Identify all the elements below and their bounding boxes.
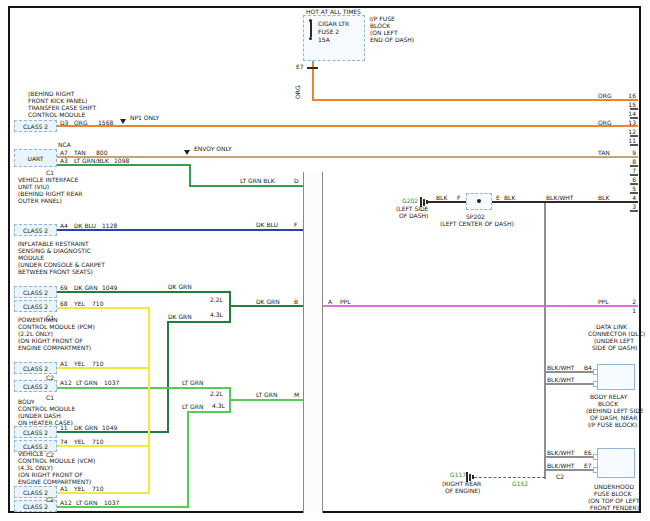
connector-tick — [307, 67, 318, 69]
fuse-block-loc4: END OF DASH) — [370, 36, 414, 43]
bcm-wire2-color: LT GRN — [76, 379, 97, 386]
wire-blkwht-e6 — [544, 456, 597, 458]
sdm-name2: SENSING & DIAGNOSTIC — [18, 247, 91, 254]
relay-loc1: (BEHIND LEFT SIDE — [586, 407, 644, 414]
bus-pin-b: B — [294, 298, 298, 305]
underhood-fuse-block-box — [597, 448, 635, 478]
pin-number: 7 — [620, 167, 636, 174]
mod7-circuit2: 1037 — [104, 499, 119, 506]
wire-yel-pcm — [57, 307, 150, 309]
pcm-class2-box1: CLASS 2 — [14, 286, 57, 298]
wire-dkgrn-vcm — [57, 431, 169, 433]
pcm-wire2-color: YEL — [74, 300, 85, 307]
pin-stub — [630, 210, 638, 212]
wire-blkwht-e7 — [544, 469, 597, 471]
relay-loc2: OF DASH, NEAR — [590, 414, 637, 421]
uhfb-connector: C2 — [556, 473, 564, 480]
wire-dkgrn-vcm-branch-h — [167, 321, 231, 323]
bcm-pin2: A12 — [60, 379, 72, 386]
mod7-wire1-color: YEL — [74, 485, 85, 492]
pcm-class2-box2: CLASS 2 — [14, 300, 57, 312]
viu-pin1: A7 — [60, 149, 68, 156]
viu-circuit2: 1098 — [114, 157, 129, 164]
wire-blkwht-vertical — [544, 203, 546, 479]
wire-org-tcase-to-pin13 — [57, 125, 638, 127]
body-relay-block-box — [597, 364, 635, 390]
wire-label-blkwht-e6: BLK/WHT — [547, 449, 575, 456]
relay-loc3: I/P FUSE BLOCK) — [588, 421, 637, 428]
bcm-class2-box2: CLASS 2 — [14, 380, 57, 392]
sp202-pin-f: F — [457, 194, 460, 201]
uhfb-connector-stub — [593, 454, 598, 460]
wire-blk-g202-to-sp202 — [428, 201, 466, 203]
vcm-class2-box1: CLASS 2 — [14, 426, 57, 438]
sdm-loc1: (UNDER CONSOLE & CARPET — [18, 261, 105, 268]
pcm-pin1: 69 — [60, 284, 68, 291]
wire-ppl-to-pin2 — [322, 305, 638, 307]
wire-ltgrnblk-step — [189, 164, 191, 187]
tcase-name2: CONTROL MODULE — [28, 111, 85, 118]
dlc-name-line1: DATA LINK — [596, 323, 627, 330]
wire-label-blk-in: BLK — [436, 194, 447, 201]
bcm-pin1: A1 — [60, 360, 68, 367]
splice-dot — [477, 199, 481, 203]
pin-number: 5 — [620, 185, 636, 192]
sp202-label: SP202 — [466, 213, 485, 220]
class2-serial-data-bus — [303, 172, 323, 513]
fuse-element — [310, 21, 312, 37]
wire-label-blk-out: BLK — [504, 194, 515, 201]
vcm-name1: VEHICLE — [18, 450, 44, 457]
uhfb-connector-stub — [593, 467, 598, 473]
viu-wire2-color: LT GRN/BLK — [74, 157, 109, 164]
bus-wire-label-dkblu: DK BLU — [256, 221, 278, 228]
pin-number: 4 — [620, 194, 636, 201]
viu-wire1-color: TAN — [74, 149, 86, 156]
uhfb-loc2: FRONT FENDER) — [590, 504, 639, 511]
tcase-class2-box: CLASS 2 — [14, 120, 57, 132]
pin-number: 1 — [620, 307, 636, 314]
wiring-diagram: HOT AT ALL TIMES CIGAR LTR FUSE 2 15A I/… — [0, 0, 650, 521]
pin-color: TAN — [598, 149, 610, 156]
pcm-loc2: ENGINE COMPARTMENT) — [18, 344, 91, 351]
relay-connector-stub — [593, 381, 598, 387]
sp202-loc: (LEFT CENTER OF DASH) — [440, 220, 514, 227]
wire-yel-vertical — [148, 307, 150, 494]
pin-stub — [630, 144, 638, 146]
wire-blkwht-relay2 — [544, 383, 597, 385]
wire-dkgrn-vcm-vertical — [167, 321, 169, 433]
pin-color: PPL — [598, 298, 609, 305]
pin-number: 8 — [620, 158, 636, 165]
g152-label: G152 — [512, 480, 528, 487]
g202-loc2: OF DASH) — [399, 212, 428, 219]
bus-pin-m: M — [294, 391, 299, 398]
wire-dkgrn-to-bus — [229, 305, 303, 307]
bcm-circuit2: 1037 — [104, 379, 119, 386]
bus-pin-d: D — [294, 177, 299, 184]
bcm-connector1: C2 — [46, 374, 54, 381]
wire-ltgrnblk-h1 — [57, 164, 191, 166]
wire-label-blkwht-mid: BLK/WHT — [546, 194, 574, 201]
viu-circuit1: 800 — [96, 149, 107, 156]
mod7-circuit1: 710 — [92, 485, 103, 492]
viu-top-label: NCA — [58, 141, 71, 148]
engine-label-22l-dk: 2.2L — [210, 296, 223, 303]
fuse-block-loc3: (ON LEFT — [370, 29, 398, 36]
sp202-pin-e: E — [496, 194, 500, 201]
pcm-circuit2: 710 — [92, 300, 103, 307]
wire-yel-bottom — [57, 492, 150, 494]
np1-flag-arrow-icon — [120, 119, 126, 124]
sdm-circuit: 1128 — [102, 222, 117, 229]
sdm-pin: A4 — [60, 222, 68, 229]
wire-label-blkwht-b4: BLK/WHT — [547, 364, 575, 371]
pin-number: 14 — [620, 110, 636, 117]
viu-uart-box: UART — [14, 149, 57, 167]
wire-label-ltgrn-upper: LT GRN — [182, 379, 203, 386]
sdm-name3: MODULE — [18, 254, 44, 261]
mod7-pin2: A12 — [60, 499, 72, 506]
relay-connector-stub — [593, 369, 598, 375]
mod7-connector: C2 — [46, 496, 54, 503]
wire-yel-vcm — [57, 445, 150, 447]
dlc-loc-line2: SIDE OF DASH) — [592, 344, 637, 351]
wire-tan-viu-to-pin9 — [57, 156, 638, 158]
dlc-name-line2: CONNECTOR (DLC) — [588, 330, 645, 337]
